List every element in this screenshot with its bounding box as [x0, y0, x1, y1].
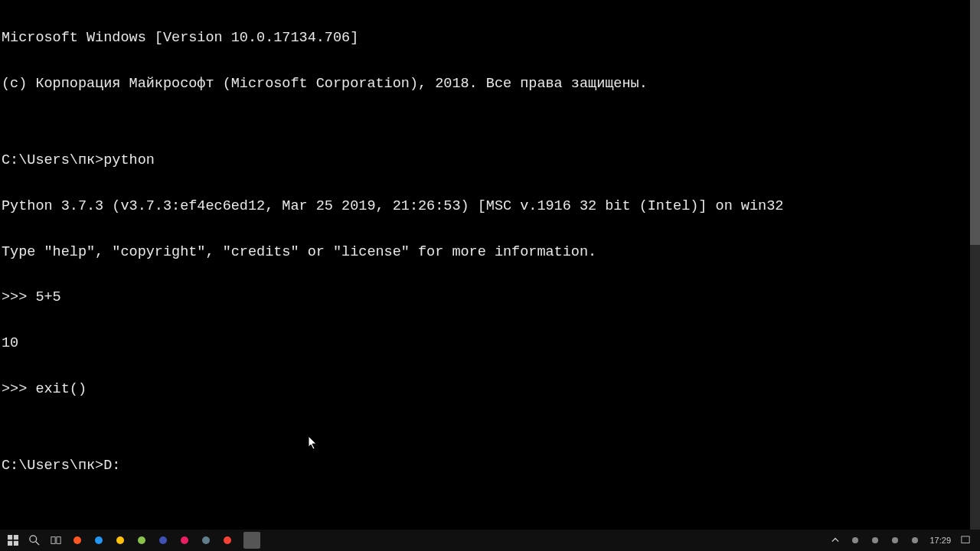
taskbar-app-icon[interactable]	[158, 535, 168, 546]
svg-rect-0	[8, 535, 12, 540]
taskbar-app-icon[interactable]	[136, 535, 147, 546]
taskbar-app-icon[interactable]	[72, 535, 83, 546]
tray-icon[interactable]	[870, 535, 880, 546]
windows-taskbar[interactable]: 17:29	[0, 530, 980, 551]
terminal-line: C:\Users\пк>D:	[2, 458, 969, 474]
terminal-line: Type "help", "copyright", "credits" or "…	[2, 245, 969, 260]
start-button[interactable]	[8, 535, 18, 546]
terminal-line: C:\Users\пк>python	[2, 153, 969, 168]
terminal-line: Microsoft Windows [Version 10.0.17134.70…	[2, 31, 969, 46]
taskbar-app-icon[interactable]	[115, 535, 126, 546]
taskbar-app-icon[interactable]	[201, 535, 211, 546]
terminal-line: Python 3.7.3 (v3.7.3:ef4ec6ed12, Mar 25 …	[2, 199, 969, 214]
terminal-line: (c) Корпорация Майкрософт (Microsoft Cor…	[2, 77, 969, 92]
svg-line-5	[36, 542, 39, 545]
scrollbar-thumb[interactable]	[970, 0, 980, 245]
svg-rect-7	[57, 537, 60, 544]
svg-rect-2	[8, 541, 12, 546]
search-icon[interactable]	[29, 535, 40, 546]
svg-rect-6	[51, 537, 55, 544]
taskbar-app-icon[interactable]	[93, 535, 104, 546]
taskbar-app-active[interactable]	[243, 532, 260, 549]
taskbar-app-icon[interactable]	[179, 535, 190, 546]
tray-icon[interactable]	[890, 535, 900, 546]
tray-chevron-up-icon[interactable]	[830, 535, 841, 546]
terminal-line: >>> exit()	[2, 382, 969, 397]
svg-rect-3	[14, 541, 18, 546]
svg-point-4	[30, 536, 37, 543]
terminal-scrollbar[interactable]	[970, 0, 980, 530]
terminal-output[interactable]: Microsoft Windows [Version 10.0.17134.70…	[0, 0, 970, 530]
svg-rect-8	[962, 536, 969, 543]
tray-icon[interactable]	[910, 535, 920, 546]
clock-time: 17:29	[929, 536, 951, 545]
notification-center-icon[interactable]	[960, 535, 971, 546]
terminal-line: 10	[2, 336, 969, 351]
svg-rect-1	[14, 535, 18, 540]
terminal-line: >>> 5+5	[2, 290, 969, 305]
taskbar-app-icon[interactable]	[222, 535, 233, 546]
task-view-icon[interactable]	[51, 535, 61, 546]
taskbar-clock[interactable]: 17:29	[929, 536, 951, 545]
tray-icon[interactable]	[850, 535, 861, 546]
